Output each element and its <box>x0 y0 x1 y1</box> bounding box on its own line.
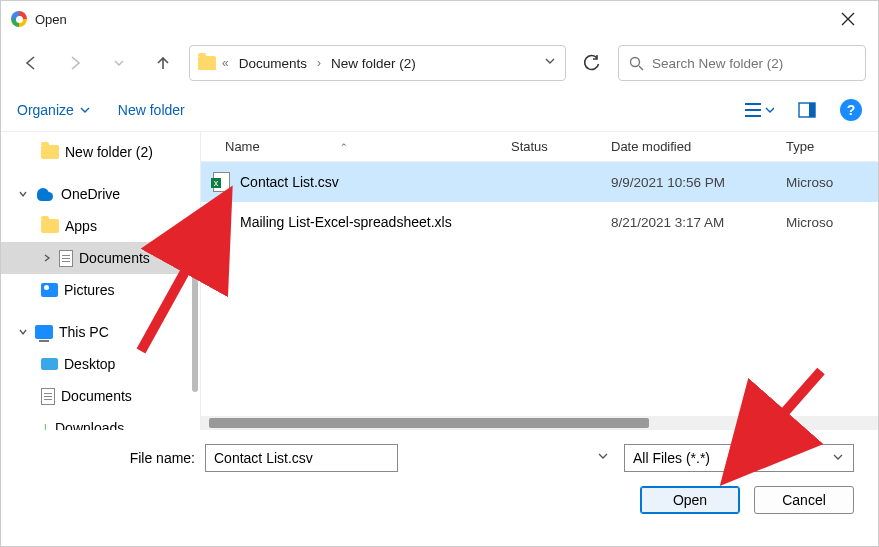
tree-label: Downloads <box>55 420 124 430</box>
help-button[interactable]: ? <box>840 99 862 121</box>
tree-item-documents[interactable]: Documents <box>1 242 200 274</box>
tree-scrollbar[interactable] <box>192 272 198 392</box>
tree-label: Desktop <box>64 356 115 372</box>
document-icon <box>59 250 73 267</box>
chrome-icon <box>11 11 27 27</box>
col-type[interactable]: Type <box>786 139 878 154</box>
file-name: Mailing List-Excel-spreadsheet.xls <box>240 214 452 230</box>
tree-item-downloads[interactable]: ↓ Downloads <box>1 412 200 430</box>
file-row[interactable]: Mailing List-Excel-spreadsheet.xls 8/21/… <box>201 202 878 242</box>
recent-dropdown[interactable] <box>101 45 137 81</box>
chevron-right-icon[interactable] <box>41 253 53 263</box>
tree-item-pictures[interactable]: Pictures <box>1 274 200 306</box>
tree-label: Pictures <box>64 282 115 298</box>
file-name: Contact List.csv <box>240 174 339 190</box>
folder-icon <box>198 56 216 70</box>
tree-item-documents-pc[interactable]: Documents <box>1 380 200 412</box>
tree-label: Documents <box>79 250 150 266</box>
tree-item-onedrive[interactable]: OneDrive <box>1 178 200 210</box>
tree-label: Apps <box>65 218 97 234</box>
desktop-icon <box>41 358 58 370</box>
preview-pane-icon <box>798 102 816 118</box>
refresh-button[interactable] <box>574 45 610 81</box>
breadcrumb[interactable]: « Documents › New folder (2) <box>189 45 566 81</box>
scrollbar-thumb[interactable] <box>209 418 649 428</box>
toolbar: Organize New folder ? <box>1 89 878 132</box>
preview-pane-button[interactable] <box>792 95 822 125</box>
chevron-down-icon <box>765 105 774 115</box>
folder-icon <box>41 219 59 233</box>
close-icon <box>841 12 855 26</box>
filename-input[interactable] <box>205 444 398 472</box>
tree-label: OneDrive <box>61 186 120 202</box>
col-name[interactable]: Name ⌃ <box>201 139 511 154</box>
breadcrumb-seg-newfolder[interactable]: New folder (2) <box>327 54 420 73</box>
file-date: 9/9/2021 10:56 PM <box>611 175 786 190</box>
folder-icon <box>41 145 59 159</box>
breadcrumb-overflow[interactable]: « <box>222 56 229 70</box>
window-title: Open <box>35 12 67 27</box>
file-date: 8/21/2021 3:17 AM <box>611 215 786 230</box>
search-icon <box>629 56 644 71</box>
chevron-down-icon[interactable] <box>17 189 29 199</box>
document-icon <box>41 388 55 405</box>
sort-indicator-icon: ⌃ <box>340 142 348 152</box>
search-input[interactable] <box>652 56 855 71</box>
xls-file-icon <box>213 212 230 232</box>
tree-item-newfolder2[interactable]: New folder (2) <box>1 136 200 168</box>
file-type: Microso <box>786 175 878 190</box>
file-row[interactable]: Contact List.csv 9/9/2021 10:56 PM Micro… <box>201 162 878 202</box>
list-view-icon <box>744 102 761 118</box>
open-button[interactable]: Open <box>640 486 740 514</box>
pc-icon <box>35 325 53 339</box>
nav-tree[interactable]: New folder (2) OneDrive Apps Documents P… <box>1 132 201 430</box>
nav-row: « Documents › New folder (2) <box>1 37 878 89</box>
chevron-down-icon[interactable] <box>17 327 29 337</box>
col-status[interactable]: Status <box>511 139 611 154</box>
download-icon: ↓ <box>41 419 49 430</box>
breadcrumb-seg-documents[interactable]: Documents <box>235 54 311 73</box>
pictures-icon <box>41 283 58 297</box>
chevron-right-icon: › <box>317 56 321 70</box>
filename-dropdown[interactable] <box>596 449 610 467</box>
svg-rect-2 <box>809 103 815 117</box>
filename-label: File name: <box>25 450 195 466</box>
breadcrumb-dropdown[interactable] <box>543 54 557 72</box>
chevron-down-icon <box>831 450 845 467</box>
col-name-label: Name <box>225 139 260 154</box>
filter-label: All Files (*.*) <box>633 450 710 466</box>
file-type: Microso <box>786 215 878 230</box>
col-date[interactable]: Date modified <box>611 139 786 154</box>
up-button[interactable] <box>145 45 181 81</box>
filetype-filter[interactable]: All Files (*.*) <box>624 444 854 472</box>
search-box[interactable] <box>618 45 866 81</box>
close-button[interactable] <box>828 4 868 34</box>
tree-label: Documents <box>61 388 132 404</box>
view-button[interactable] <box>744 95 774 125</box>
footer: File name: All Files (*.*) Open Cancel <box>1 430 878 528</box>
csv-file-icon <box>213 172 230 192</box>
tree-item-thispc[interactable]: This PC <box>1 316 200 348</box>
forward-button[interactable] <box>57 45 93 81</box>
tree-item-apps[interactable]: Apps <box>1 210 200 242</box>
organize-label: Organize <box>17 102 74 118</box>
tree-item-desktop[interactable]: Desktop <box>1 348 200 380</box>
back-button[interactable] <box>13 45 49 81</box>
tree-label: New folder (2) <box>65 144 153 160</box>
onedrive-icon <box>35 188 55 201</box>
organize-button[interactable]: Organize <box>17 102 90 118</box>
body: New folder (2) OneDrive Apps Documents P… <box>1 132 878 430</box>
svg-point-0 <box>631 57 640 66</box>
new-folder-label: New folder <box>118 102 185 118</box>
titlebar: Open <box>1 1 878 37</box>
new-folder-button[interactable]: New folder <box>118 102 185 118</box>
cancel-button[interactable]: Cancel <box>754 486 854 514</box>
tree-label: This PC <box>59 324 109 340</box>
chevron-down-icon <box>80 105 90 115</box>
file-pane: Name ⌃ Status Date modified Type Contact… <box>201 132 878 430</box>
column-headers[interactable]: Name ⌃ Status Date modified Type <box>201 132 878 162</box>
horizontal-scrollbar[interactable] <box>201 416 878 430</box>
